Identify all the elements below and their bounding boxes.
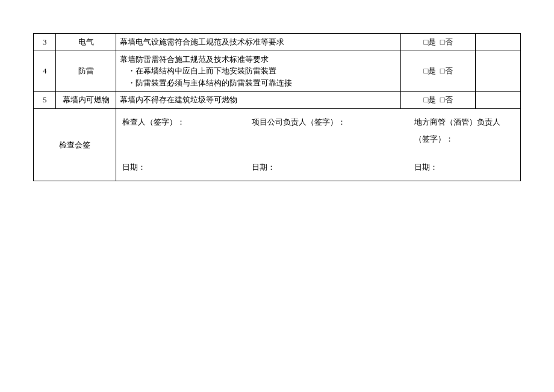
row-number: 5 (34, 92, 56, 109)
row-note (476, 51, 521, 92)
checkbox-no[interactable]: □否 (440, 94, 453, 106)
checkbox-yes[interactable]: □是 (423, 94, 436, 106)
date-label: 日期： (122, 159, 252, 176)
checkbox-no[interactable]: □否 (440, 36, 453, 48)
signoff-content: 检查人（签字）： 项目公司负责人（签字）： 地方商管（酒管）负责人（签字）： 日… (116, 108, 520, 181)
signoff-row: 检查会签 检查人（签字）： 项目公司负责人（签字）： 地方商管（酒管）负责人（签… (34, 108, 521, 181)
desc-line: ・防雷装置必须与主体结构的防雷装置可靠连接 (120, 77, 397, 89)
table-row: 3 电气 幕墙电气设施需符合施工规范及技术标准等要求 □是 □否 (34, 34, 521, 51)
checkbox-yes[interactable]: □是 (423, 36, 436, 48)
date-label: 日期： (414, 159, 514, 176)
checkbox-yes[interactable]: □是 (423, 65, 436, 77)
row-check: □是 □否 (400, 92, 475, 109)
project-signature-label: 项目公司负责人（签字）： (252, 114, 414, 148)
signoff-label: 检查会签 (34, 108, 116, 181)
desc-line: ・在幕墙结构中应自上而下地安装防雷装置 (120, 65, 397, 77)
row-description: 幕墙内不得存在建筑垃圾等可燃物 (116, 92, 400, 109)
row-number: 4 (34, 51, 56, 92)
row-category: 防雷 (56, 51, 116, 92)
row-number: 3 (34, 34, 56, 51)
date-label: 日期： (252, 159, 414, 176)
row-check: □是 □否 (400, 51, 475, 92)
row-category: 电气 (56, 34, 116, 51)
checkbox-no[interactable]: □否 (440, 65, 453, 77)
row-category: 幕墙内可燃物 (56, 92, 116, 109)
row-check: □是 □否 (400, 34, 475, 51)
row-description: 幕墙电气设施需符合施工规范及技术标准等要求 (116, 34, 400, 51)
inspection-table: 3 电气 幕墙电气设施需符合施工规范及技术标准等要求 □是 □否 4 防雷 幕墙… (33, 33, 521, 181)
row-note (476, 92, 521, 109)
local-signature-label: 地方商管（酒管）负责人（签字）： (414, 114, 514, 148)
table-row: 4 防雷 幕墙防雷需符合施工规范及技术标准等要求 ・在幕墙结构中应自上而下地安装… (34, 51, 521, 92)
row-description: 幕墙防雷需符合施工规范及技术标准等要求 ・在幕墙结构中应自上而下地安装防雷装置 … (116, 51, 400, 92)
table-row: 5 幕墙内可燃物 幕墙内不得存在建筑垃圾等可燃物 □是 □否 (34, 92, 521, 109)
inspector-signature-label: 检查人（签字）： (122, 114, 252, 148)
row-note (476, 34, 521, 51)
desc-line: 幕墙防雷需符合施工规范及技术标准等要求 (120, 54, 397, 66)
